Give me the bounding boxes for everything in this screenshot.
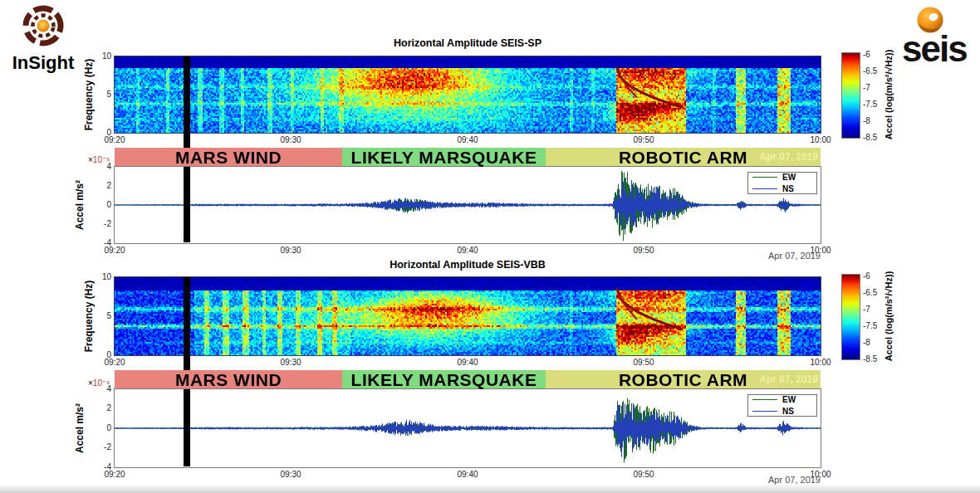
sp-spectrogram-plot	[114, 56, 821, 134]
vbb-spectrogram-plot	[114, 276, 821, 356]
sp-cbtick-2: -7	[863, 83, 870, 92]
band-date-2: Apr 07, 2019	[681, 373, 818, 385]
band-date-1: Apr 07, 2019	[681, 151, 818, 163]
vbb-cbtick-5: -8.5	[863, 354, 877, 364]
ts1-legend-ns-label: NS	[782, 184, 794, 193]
sp-cbtick-1: -6.5	[863, 66, 877, 76]
vbb-xtick-2: 09:40	[449, 358, 486, 368]
ts2-legend-ew-label: EW	[782, 395, 796, 404]
ts1-plot: EW NS	[114, 166, 821, 244]
vbb-ytick-10: 10	[90, 272, 111, 282]
vbb-colorbar	[841, 274, 860, 360]
insight-logo: InSight	[3, 2, 83, 74]
ts2-legend: EW NS	[747, 394, 817, 417]
sp-spectrogram-canvas	[115, 56, 821, 133]
vbb-xtick-0: 09:20	[96, 358, 133, 368]
band-mars-wind-2: MARS WIND	[115, 370, 342, 389]
sp-xtick-3: 09:50	[625, 135, 662, 145]
sp-spectrogram-title: Horizontal Amplitude SEIS-SP	[115, 37, 821, 49]
ts1-ytick-3: -2	[90, 219, 111, 229]
band-likely-marsquake-label-1: LIKELY MARSQUAKE	[351, 148, 537, 168]
band-likely-marsquake-label-2: LIKELY MARSQUAKE	[351, 370, 537, 390]
data-gap-bar-2a	[184, 277, 190, 370]
sp-cbtick-5: -8.5	[863, 133, 877, 142]
ts2-accel-axis-label: Accel m/s²	[74, 403, 86, 453]
ts1-accel-axis-label: Accel m/s²	[74, 180, 86, 230]
data-gap-bar-2b	[184, 389, 190, 466]
sp-cbtick-0: -6	[863, 50, 870, 59]
ts1-xtick-2: 09:40	[449, 246, 486, 256]
sp-colorbar	[841, 52, 860, 139]
sp-ytick-5: 5	[90, 90, 111, 100]
ts2-legend-row-ns: NS	[752, 407, 812, 416]
ts1-legend-ew-line	[752, 177, 777, 178]
data-gap-bar-1a	[184, 56, 190, 148]
vbb-cbtick-2: -7	[863, 305, 870, 314]
ts1-ytick-0: 4	[90, 162, 111, 172]
ts1-legend-ns-line	[752, 188, 777, 189]
ts1-legend: EW NS	[747, 172, 817, 194]
figure-root: InSight seis Horizontal Amplitude SEIS-S…	[0, 0, 980, 493]
sp-xtick-4: 10:00	[802, 135, 839, 145]
sp-xtick-0: 09:20	[96, 135, 133, 145]
ts2-legend-ew-line	[752, 399, 777, 400]
vbb-colorbar-label: Accel (log(m/s²/√Hz))	[884, 271, 894, 362]
ts2-ytick-3: -2	[90, 442, 111, 452]
sp-cbtick-4: -8	[863, 116, 870, 125]
band-likely-marsquake-1: LIKELY MARSQUAKE	[342, 148, 546, 167]
ts2-xtick-2: 09:40	[449, 470, 486, 480]
ts2-legend-row-ew: EW	[752, 395, 812, 404]
sp-ytick-10: 10	[90, 51, 111, 61]
ts2-legend-ns-label: NS	[782, 407, 794, 416]
band-mars-wind-1: MARS WIND	[115, 148, 342, 167]
ts1-ytick-2: 0	[90, 200, 111, 210]
vbb-cbtick-0: -6	[863, 271, 870, 281]
band-mars-wind-label-1: MARS WIND	[175, 148, 282, 168]
ts2-ytick-1: 2	[90, 403, 111, 413]
insight-logo-label: InSight	[3, 52, 83, 74]
vbb-cbtick-4: -8	[863, 338, 870, 347]
bottom-fade	[0, 484, 980, 493]
vbb-cbtick-3: -7.5	[863, 321, 877, 330]
band-mars-wind-label-2: MARS WIND	[175, 370, 282, 390]
vbb-cbtick-1: -6.5	[863, 288, 877, 297]
ts2-waveform-canvas	[115, 389, 821, 467]
ts1-xtick-1: 09:30	[272, 246, 309, 256]
sp-colorbar-label: Accel (log(m/s²/√Hz))	[884, 50, 894, 140]
ts1-xtick-0: 09:20	[96, 246, 133, 256]
ts2-ytick-2: 0	[90, 423, 111, 433]
ts1-legend-ew-label: EW	[782, 173, 796, 182]
seis-logo: seis	[897, 3, 980, 70]
sp-xtick-2: 09:40	[449, 135, 486, 145]
sp-cbtick-3: -7.5	[863, 100, 877, 109]
ts2-xtick-1: 09:30	[272, 470, 309, 480]
ts1-legend-row-ns: NS	[752, 184, 812, 193]
seis-logo-label: seis	[902, 28, 967, 70]
ts1-waveform-canvas	[115, 167, 821, 243]
band-likely-marsquake-2: LIKELY MARSQUAKE	[342, 370, 546, 389]
vbb-xtick-1: 09:30	[272, 358, 309, 368]
vbb-xtick-3: 09:50	[625, 358, 662, 368]
vbb-ytick-5: 5	[90, 311, 111, 321]
vbb-xtick-4: 10:00	[802, 358, 839, 368]
ts1-ytick-1: 2	[90, 181, 111, 191]
vbb-spectrogram-title: Horizontal Amplitude SEIS-VBB	[115, 259, 821, 271]
ts2-plot: EW NS	[114, 388, 821, 468]
ts2-legend-ns-line	[752, 411, 777, 412]
vbb-spectrogram-canvas	[115, 277, 821, 355]
sp-xtick-1: 09:30	[272, 135, 309, 145]
ts2-ytick-0: 4	[90, 384, 111, 394]
ts2-xtick-0: 09:20	[96, 470, 133, 480]
ts1-legend-row-ew: EW	[752, 173, 812, 182]
insight-emblem-icon	[3, 2, 83, 49]
data-gap-bar-1b	[184, 167, 190, 242]
